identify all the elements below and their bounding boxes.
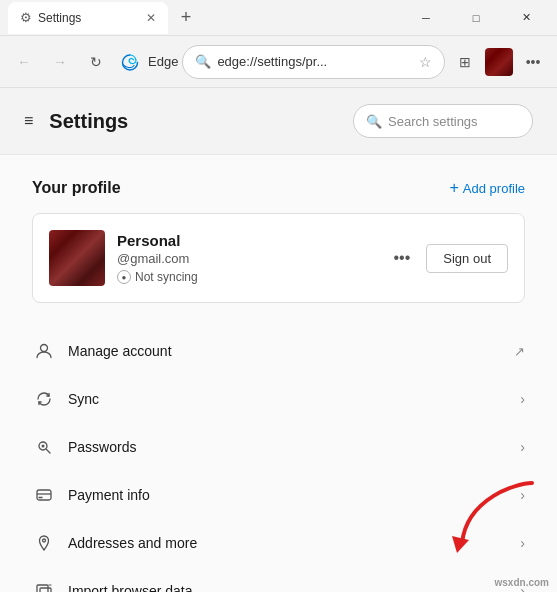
sync-status-label: Not syncing xyxy=(135,270,198,284)
payment-info-label: Payment info xyxy=(68,487,520,503)
watermark: wsxdn.com xyxy=(495,577,549,588)
profile-header: Your profile + Add profile xyxy=(32,179,525,197)
new-tab-button[interactable]: + xyxy=(172,4,200,32)
profile-card: Personal @gmail.com ● Not syncing ••• Si… xyxy=(32,213,525,303)
external-link-icon: ↗ xyxy=(514,344,525,359)
profile-more-options-button[interactable]: ••• xyxy=(385,245,418,271)
passwords-chevron-icon: › xyxy=(520,439,525,455)
window-controls: ─ □ ✕ xyxy=(403,2,549,34)
address-actions: ⊞ ••• xyxy=(449,46,549,78)
settings-title: Settings xyxy=(49,110,337,133)
menu-item-manage-account[interactable]: Manage account ↗ xyxy=(0,327,557,375)
close-button[interactable]: ✕ xyxy=(503,2,549,34)
refresh-button[interactable]: ↻ xyxy=(80,46,112,78)
menu-item-addresses[interactable]: Addresses and more › xyxy=(0,519,557,567)
address-text: edge://settings/pr... xyxy=(217,54,413,69)
svg-point-7 xyxy=(43,539,46,542)
profile-info: Personal @gmail.com ● Not syncing xyxy=(117,232,373,284)
browser-name-label: Edge xyxy=(148,54,178,69)
gear-icon: ⚙ xyxy=(20,10,32,25)
minimize-button[interactable]: ─ xyxy=(403,2,449,34)
profile-email: @gmail.com xyxy=(117,251,373,266)
manage-account-icon xyxy=(32,339,56,363)
menu-item-payment-info[interactable]: Payment info › xyxy=(0,471,557,519)
sync-chevron-icon: › xyxy=(520,391,525,407)
svg-line-2 xyxy=(47,450,51,454)
payment-info-icon xyxy=(32,483,56,507)
payment-chevron-icon: › xyxy=(520,487,525,503)
svg-rect-4 xyxy=(37,490,51,500)
plus-icon: + xyxy=(450,179,459,197)
more-options-button[interactable]: ••• xyxy=(517,46,549,78)
svg-rect-9 xyxy=(40,588,51,592)
forward-button[interactable]: → xyxy=(44,46,76,78)
add-profile-label: Add profile xyxy=(463,181,525,196)
favorite-icon[interactable]: ☆ xyxy=(419,54,432,70)
sign-out-button[interactable]: Sign out xyxy=(426,244,508,273)
menu-list: Manage account ↗ Sync › xyxy=(0,319,557,592)
tab-title: Settings xyxy=(38,11,81,25)
menu-item-import-browser-data[interactable]: Import browser data › xyxy=(0,567,557,592)
import-browser-data-label: Import browser data xyxy=(68,583,520,592)
maximize-button[interactable]: □ xyxy=(453,2,499,34)
address-bar[interactable]: 🔍 edge://settings/pr... ☆ xyxy=(182,45,445,79)
addresses-icon xyxy=(32,531,56,555)
address-search-icon: 🔍 xyxy=(195,54,211,69)
import-browser-data-icon xyxy=(32,579,56,592)
tab-close-button[interactable]: ✕ xyxy=(146,11,156,25)
collections-button[interactable]: ⊞ xyxy=(449,46,481,78)
search-placeholder: Search settings xyxy=(388,114,478,129)
menu-item-sync[interactable]: Sync › xyxy=(0,375,557,423)
settings-tab[interactable]: ⚙ Settings ✕ xyxy=(8,2,168,34)
sync-status-icon: ● xyxy=(117,270,131,284)
profile-actions: ••• Sign out xyxy=(385,244,508,273)
menu-item-passwords[interactable]: Passwords › xyxy=(0,423,557,471)
sync-label: Sync xyxy=(68,391,520,407)
profile-picture xyxy=(49,230,105,286)
tab-area: ⚙ Settings ✕ + xyxy=(8,2,403,34)
addresses-chevron-icon: › xyxy=(520,535,525,551)
svg-point-0 xyxy=(41,345,48,352)
hamburger-icon[interactable]: ≡ xyxy=(24,112,33,130)
svg-point-3 xyxy=(42,445,45,448)
addresses-label: Addresses and more xyxy=(68,535,520,551)
passwords-label: Passwords xyxy=(68,439,520,455)
navigation-bar: ← → ↻ Edge 🔍 edge://settings/pr... ☆ ⊞ •… xyxy=(0,36,557,88)
add-profile-button[interactable]: + Add profile xyxy=(450,179,526,197)
settings-layout: ≡ Settings 🔍 Search settings Your profil… xyxy=(0,88,557,592)
profile-section: Your profile + Add profile Personal @gma… xyxy=(0,155,557,319)
back-button[interactable]: ← xyxy=(8,46,40,78)
manage-account-label: Manage account xyxy=(68,343,514,359)
your-profile-title: Your profile xyxy=(32,179,121,197)
profile-name: Personal xyxy=(117,232,373,249)
sync-icon xyxy=(32,387,56,411)
title-bar: ⚙ Settings ✕ + ─ □ ✕ xyxy=(0,0,557,36)
search-icon: 🔍 xyxy=(366,114,382,129)
edge-logo-icon xyxy=(120,52,140,72)
main-content: ≡ Settings 🔍 Search settings Your profil… xyxy=(0,88,557,592)
search-box[interactable]: 🔍 Search settings xyxy=(353,104,533,138)
passwords-icon xyxy=(32,435,56,459)
profile-avatar[interactable] xyxy=(485,48,513,76)
settings-header: ≡ Settings 🔍 Search settings xyxy=(0,88,557,155)
profile-sync-status: ● Not syncing xyxy=(117,270,373,284)
